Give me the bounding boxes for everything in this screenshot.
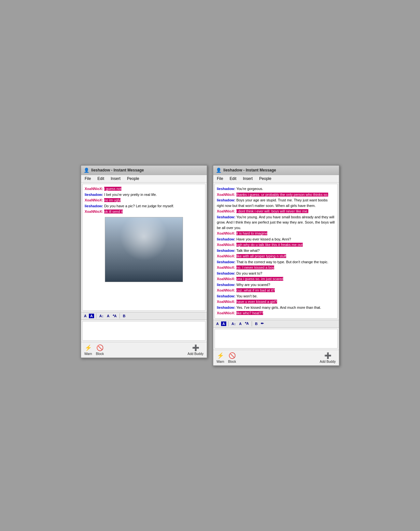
toolbar-btn-a1-right[interactable]: A [215,321,220,326]
username-r10: XoaNNioX: [217,254,236,258]
chat-image-inner [105,217,183,282]
toolbar-btn-a4-left[interactable]: A [106,314,110,318]
chat-line-r17: lieshadow: You won't be. [217,293,335,299]
toolbar-btn-a2-right[interactable]: A [221,321,226,326]
username-4: lieshadow: [85,204,104,208]
toolbar-btn-b-left[interactable]: B [122,314,126,318]
toolbar-left: A A A↕ A ⁴A B [81,312,207,320]
msg-2: I bet you're very pretty in real life. [104,193,157,197]
toolbar-btn-a5-left[interactable]: ⁴A [112,314,118,319]
toolbar-btn-a3-left[interactable]: A↕ [98,314,105,318]
username-r18: XoaNNioX: [217,300,236,304]
msg-r4: i dont think i ever will. boys will neve… [236,209,308,213]
im-window-right: 👤 lieshadow - Instant Message File Edit … [213,165,340,366]
msg-1: i guess not [104,187,121,191]
chat-line-r6: XoaNNioX: it is hard to imagine [217,231,335,236]
msg-r6: it is hard to imagine [236,231,267,235]
menu-bar-left: File Edit Insert People [81,175,207,183]
username-r17: lieshadow: [217,294,236,298]
msg-r11: That is the correct way to type. But don… [236,260,329,264]
menu-insert-right[interactable]: Insert [242,176,254,181]
menu-bar-right: File Edit Insert People [213,175,339,183]
title-bar-right: 👤 lieshadow - Instant Message [213,166,339,175]
menu-insert-left[interactable]: Insert [110,176,121,181]
msg-r7: Have you ever kissed a boy, Anni? [236,237,291,241]
menu-people-right[interactable]: People [258,176,272,181]
username-3: XoaNNioX: [85,198,104,202]
msg-r13: Do you want to? [236,271,262,275]
toolbar-sep2-right [252,321,252,326]
chat-line-5: XoaNNioX: ok ill send it [85,209,203,214]
chat-image [105,217,183,282]
msg-r2: thanks i guess. ur probably the only per… [236,193,329,197]
bottom-bar-left: ⚡ Warn 🚫 Block ➕ Add Buddy [81,342,207,358]
msg-r9: Talk like what? [236,249,260,252]
toolbar-btn-a2-left[interactable]: A [89,314,94,318]
chat-line-3: XoaNNioX: no im ugly [85,197,203,203]
username-r14: XoaNNioX: [217,277,236,281]
toolbar-btn-a4-right[interactable]: A [238,321,243,326]
warn-label-left: Warn [84,352,92,356]
toolbar-btn-b-right[interactable]: B [254,321,259,326]
chat-image-container [85,217,203,282]
chat-line-r3: lieshadow: Boys your age are stupid. Tru… [217,197,335,208]
menu-file-right[interactable]: File [216,176,224,181]
input-area-right[interactable] [215,329,338,348]
username-r5: lieshadow: [217,215,236,219]
msg-r1: You're gorgeous. [236,187,263,191]
block-btn-right[interactable]: 🚫 Block [228,352,236,363]
chat-line-r5: lieshadow: You're young. And you have sm… [217,214,335,231]
im-window-left: 👤 lieshadow - Instant Message File Edit … [80,165,207,358]
msg-r12: no. I never kissed a boy [236,266,274,269]
toolbar-btn-a3-right[interactable]: A↕ [231,321,237,326]
username-r1: lieshadow: [217,187,236,191]
username-r13: lieshadow: [217,271,236,275]
chat-line-1: XoaNNioX: i guess not [85,186,203,192]
toolbar-btn-pencil-right[interactable]: ✏ [260,321,265,326]
input-area-left[interactable] [82,321,205,341]
username-r20: XoaNNioX: [217,311,236,315]
menu-edit-left[interactable]: Edit [96,176,105,181]
username-r11: lieshadow: [217,260,236,264]
add-buddy-label-right: Add Buddy [320,360,336,363]
chat-line-r10: XoaNNioX: like with all proper typing n … [217,253,335,259]
msg-r18: have u ever kissed a girl? [236,300,277,304]
chat-line-r12: XoaNNioX: no. I never kissed a boy [217,265,335,270]
block-btn-left[interactable]: 🚫 Block [96,344,104,356]
toolbar-sep2-left [119,313,120,319]
username-r7: lieshadow: [217,237,236,241]
menu-file-left[interactable]: File [84,176,92,181]
toolbar-right: A A A↕ A ⁴A B ✏ [213,320,339,328]
add-buddy-icon-right: ➕ [324,352,331,359]
add-buddy-btn-right[interactable]: ➕ Add Buddy [320,352,336,363]
msg-r10: like with all proper typing n stuff [236,254,286,258]
msg-r8: ugh why do u talk like this it freaks me… [236,243,303,247]
warn-btn-right[interactable]: ⚡ Warn [217,352,224,363]
toolbar-btn-a5-right[interactable]: ⁴A [244,321,250,326]
msg-r19: Yes. I've kissed many girls. And much mo… [236,306,321,309]
msg-5: ok ill send it [104,210,123,213]
username-5: XoaNNioX: [85,210,104,213]
username-r3: lieshadow: [217,198,236,202]
chat-line-r4: XoaNNioX: i dont think i ever will. boys… [217,209,335,214]
msg-3: no im ugly [104,198,120,202]
menu-people-left[interactable]: People [126,176,140,181]
menu-edit-right[interactable]: Edit [229,176,237,181]
chat-line-r18: XoaNNioX: have u ever kissed a girl? [217,299,335,305]
chat-line-r2: XoaNNioX: thanks i guess. ur probably th… [217,192,335,197]
add-buddy-label-left: Add Buddy [188,352,203,356]
chat-line-r15: lieshadow: Why are you scared? [217,282,335,288]
add-buddy-icon-left: ➕ [192,344,199,351]
block-label-left: Block [96,352,104,356]
chat-line-r19: lieshadow: Yes. I've kissed many girls. … [217,305,335,310]
title-text-right: lieshadow - Instant Message [223,168,276,172]
add-buddy-btn-left[interactable]: ➕ Add Buddy [188,344,203,356]
username-2: lieshadow: [85,193,104,197]
warn-icon-right: ⚡ [217,352,224,359]
warn-btn-left[interactable]: ⚡ Warn [84,344,92,356]
chat-line-r9: lieshadow: Talk like what? [217,248,335,253]
toolbar-btn-a1-left[interactable]: A [83,314,88,318]
username-r2: XoaNNioX: [217,193,236,197]
username-r12: XoaNNioX: [217,266,236,269]
chat-line-r8: XoaNNioX: ugh why do u talk like this it… [217,242,335,248]
